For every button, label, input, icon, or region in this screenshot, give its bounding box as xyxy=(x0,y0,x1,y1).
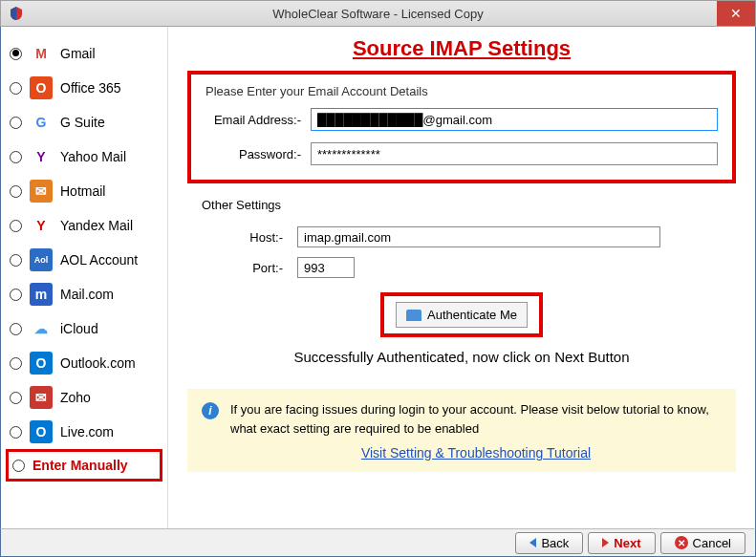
provider-icon: Aol xyxy=(30,248,53,271)
provider-icon: O xyxy=(30,420,53,443)
page-heading: Source IMAP Settings xyxy=(187,36,736,61)
sidebar-item-hotmail[interactable]: ✉Hotmail xyxy=(6,174,162,208)
radio-icon xyxy=(10,357,22,370)
provider-icon: ☁ xyxy=(30,317,53,340)
window-title: WholeClear Software - Licensed Copy xyxy=(1,7,755,21)
sidebar-item-g-suite[interactable]: GG Suite xyxy=(6,105,162,139)
main-panel: Source IMAP Settings Please Enter your E… xyxy=(168,27,755,528)
radio-icon xyxy=(10,82,22,95)
back-button[interactable]: Back xyxy=(515,532,583,554)
host-label: Host:- xyxy=(202,230,297,245)
sidebar-item-label: Enter Manually xyxy=(32,458,128,473)
radio-icon xyxy=(10,289,22,301)
footer: Back Next ✕Cancel xyxy=(0,528,756,557)
cancel-icon: ✕ xyxy=(675,536,688,549)
host-input[interactable] xyxy=(297,226,660,247)
status-message: Successfully Authenticated, now click on… xyxy=(202,349,722,365)
sidebar-item-label: Outlook.com xyxy=(60,355,136,371)
sidebar-item-office-365[interactable]: OOffice 365 xyxy=(6,71,162,105)
arrow-left-icon xyxy=(529,538,536,547)
cancel-button[interactable]: ✕Cancel xyxy=(660,532,745,554)
password-input[interactable] xyxy=(311,142,718,165)
auth-highlight: Authenticate Me xyxy=(380,292,543,337)
radio-icon xyxy=(10,185,22,198)
sidebar-item-label: Office 365 xyxy=(60,80,121,96)
port-label: Port:- xyxy=(202,261,297,275)
radio-icon xyxy=(10,254,22,267)
info-box: i If you are facing issues during login … xyxy=(187,389,736,472)
app-icon xyxy=(9,6,24,21)
sidebar-item-label: Hotmail xyxy=(60,183,105,199)
provider-icon: O xyxy=(30,76,53,99)
provider-icon: O xyxy=(30,352,53,375)
folder-icon xyxy=(406,310,421,321)
radio-icon xyxy=(10,426,22,439)
arrow-right-icon xyxy=(602,538,609,547)
sidebar-item-enter-manually[interactable]: Enter Manually xyxy=(6,449,162,482)
provider-icon: G xyxy=(30,111,53,134)
port-input[interactable] xyxy=(297,257,355,278)
close-button[interactable]: ✕ xyxy=(717,1,755,26)
next-button[interactable]: Next xyxy=(588,532,655,554)
other-settings-label: Other Settings xyxy=(202,198,722,212)
radio-icon xyxy=(10,151,22,163)
provider-icon: m xyxy=(30,283,53,306)
account-fieldset: Please Enter your Email Account Details … xyxy=(187,71,736,183)
sidebar-item-label: Yandex Mail xyxy=(60,218,133,233)
sidebar-item-label: Live.com xyxy=(60,424,114,439)
sidebar-item-label: iCloud xyxy=(60,321,98,336)
radio-icon xyxy=(10,117,22,129)
provider-icon: ✉ xyxy=(30,180,53,203)
sidebar: MGmailOOffice 365GG SuiteYYahoo Mail✉Hot… xyxy=(1,27,168,528)
provider-icon: ✉ xyxy=(30,386,53,409)
sidebar-item-label: Mail.com xyxy=(60,287,114,302)
sidebar-item-label: Gmail xyxy=(60,46,96,61)
email-label: Email Address:- xyxy=(205,113,311,127)
sidebar-item-icloud[interactable]: ☁iCloud xyxy=(6,311,162,346)
provider-icon: Y xyxy=(30,145,53,168)
radio-icon xyxy=(10,48,22,60)
sidebar-item-label: AOL Account xyxy=(60,252,138,268)
sidebar-item-outlook-com[interactable]: OOutlook.com xyxy=(6,346,162,380)
provider-icon: M xyxy=(30,42,53,65)
authenticate-button[interactable]: Authenticate Me xyxy=(396,302,528,328)
sidebar-item-live-com[interactable]: OLive.com xyxy=(6,415,162,449)
titlebar: WholeClear Software - Licensed Copy ✕ xyxy=(0,0,756,27)
radio-icon xyxy=(10,392,22,404)
tutorial-link[interactable]: Visit Setting & Troubleshooting Tutorial xyxy=(361,445,591,461)
radio-icon xyxy=(10,323,22,335)
sidebar-item-zoho[interactable]: ✉Zoho xyxy=(6,380,162,415)
radio-icon xyxy=(10,220,22,232)
sidebar-item-label: Yahoo Mail xyxy=(60,149,126,164)
sidebar-item-yandex-mail[interactable]: YYandex Mail xyxy=(6,208,162,243)
radio-icon xyxy=(12,460,25,472)
account-fieldset-label: Please Enter your Email Account Details xyxy=(205,84,718,98)
sidebar-item-yahoo-mail[interactable]: YYahoo Mail xyxy=(6,139,162,174)
sidebar-item-mail-com[interactable]: mMail.com xyxy=(6,277,162,311)
email-input[interactable] xyxy=(311,108,718,131)
sidebar-item-label: Zoho xyxy=(60,390,91,405)
info-text: If you are facing issues during login to… xyxy=(230,400,722,438)
provider-icon: Y xyxy=(30,214,53,237)
info-icon: i xyxy=(202,402,219,419)
sidebar-item-label: G Suite xyxy=(60,115,105,130)
password-label: Password:- xyxy=(205,147,311,161)
sidebar-item-aol-account[interactable]: AolAOL Account xyxy=(6,243,162,277)
sidebar-item-gmail[interactable]: MGmail xyxy=(6,36,162,71)
